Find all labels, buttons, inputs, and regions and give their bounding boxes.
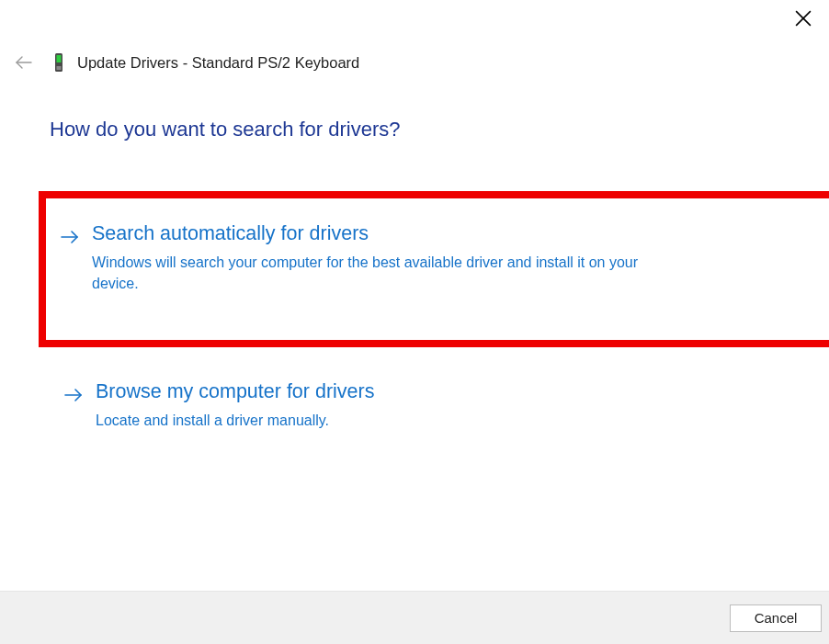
close-icon	[795, 10, 812, 27]
option-text: Search automatically for drivers Windows…	[92, 222, 662, 294]
option-description: Locate and install a driver manually.	[96, 410, 374, 431]
back-button[interactable]	[15, 53, 33, 72]
option-search-automatically[interactable]: Search automatically for drivers Windows…	[39, 191, 829, 347]
cancel-button[interactable]: Cancel	[730, 604, 822, 632]
arrow-left-icon	[16, 56, 32, 69]
window-title: Update Drivers - Standard PS/2 Keyboard	[77, 54, 359, 72]
option-description: Windows will search your computer for th…	[92, 252, 662, 294]
device-icon	[51, 51, 66, 73]
header-row: Update Drivers - Standard PS/2 Keyboard	[15, 51, 814, 73]
device-name: Standard PS/2 Keyboard	[192, 54, 360, 71]
title-prefix: Update Drivers	[77, 54, 178, 71]
svg-rect-4	[57, 55, 62, 62]
content-area: How do you want to search for drivers? S…	[50, 118, 779, 471]
arrow-right-icon	[64, 384, 83, 406]
arrow-right-icon	[61, 226, 79, 248]
option-browse-computer[interactable]: Browse my computer for drivers Locate an…	[50, 364, 779, 453]
footer-bar: Cancel	[0, 591, 829, 644]
option-title: Search automatically for drivers	[92, 222, 662, 246]
option-text: Browse my computer for drivers Locate an…	[96, 380, 374, 431]
svg-rect-5	[57, 66, 62, 70]
page-heading: How do you want to search for drivers?	[50, 118, 779, 141]
close-button[interactable]	[792, 7, 814, 29]
option-title: Browse my computer for drivers	[96, 380, 374, 404]
